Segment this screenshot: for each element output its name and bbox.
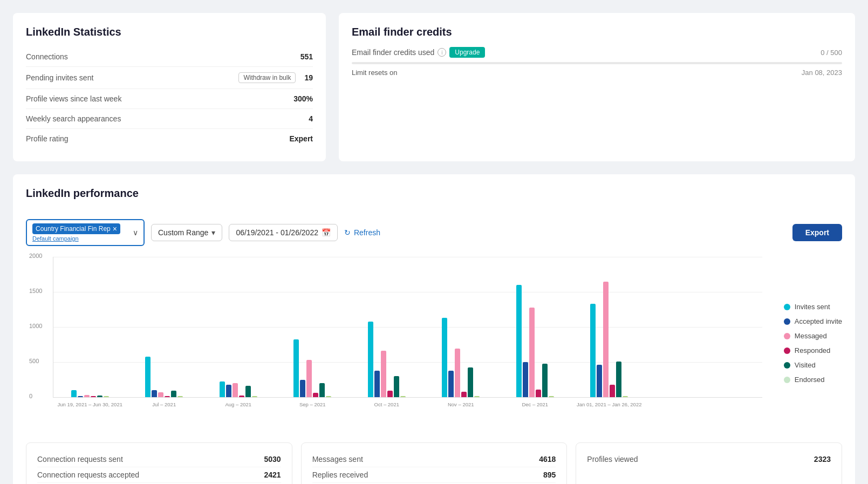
chart-bar xyxy=(387,391,393,397)
chart-bar xyxy=(610,385,615,397)
chart-bar xyxy=(597,365,602,397)
y-axis-label: 1500 xyxy=(29,288,42,294)
bottom-stat-label: Profiles viewed xyxy=(587,455,638,463)
chart-bar xyxy=(252,396,257,397)
legend-label: Accepted invite xyxy=(795,317,842,325)
export-button[interactable]: Export xyxy=(792,224,842,241)
legend-label: Endorsed xyxy=(795,376,825,384)
range-label: Custom Range xyxy=(158,228,208,237)
bottom-stat-label: Connection requests sent xyxy=(37,455,123,463)
x-axis-label: Dec – 2021 xyxy=(498,401,572,407)
chart-legend: Invites sentAccepted inviteMessagedRespo… xyxy=(778,257,842,430)
x-axis-label: Sep – 2021 xyxy=(276,401,350,407)
chart-bar xyxy=(158,392,163,397)
date-range-picker[interactable]: 06/19/2021 - 01/26/2022 📅 xyxy=(229,224,338,241)
upgrade-button[interactable]: Upgrade xyxy=(449,47,485,58)
x-axis-label: Nov – 2021 xyxy=(424,401,498,407)
chart-bar xyxy=(536,390,541,397)
stat-label: Pending invites sent xyxy=(26,73,93,82)
chart-bar xyxy=(448,371,454,397)
chart-bar xyxy=(523,362,528,397)
chart-bar xyxy=(326,396,331,397)
y-axis-label: 0 xyxy=(29,393,32,399)
legend-label: Invites sent xyxy=(795,303,830,311)
bottom-stat-value: 2323 xyxy=(814,455,831,463)
stat-value: 300% xyxy=(293,94,313,103)
chart-bar xyxy=(220,381,225,397)
legend-item: Responded xyxy=(784,346,842,355)
refresh-button[interactable]: ↻ Refresh xyxy=(344,228,380,237)
range-selector[interactable]: Custom Range ▾ xyxy=(151,224,222,241)
bottom-stat-label: Replies received xyxy=(312,471,368,479)
campaign-tag: Country Financial Fin Rep × xyxy=(32,223,120,234)
chart-bar xyxy=(313,393,318,397)
legend-label: Visited xyxy=(795,361,816,369)
legend-label: Responded xyxy=(795,346,831,355)
grid-line xyxy=(53,362,762,363)
chart-bar xyxy=(400,396,406,397)
campaign-tag-close-icon[interactable]: × xyxy=(113,224,117,233)
bottom-stat-card: Messages sent4618Replies received895Resp… xyxy=(301,442,568,484)
chart-bar xyxy=(104,396,109,397)
info-icon[interactable]: i xyxy=(438,48,446,57)
bar-chart: 0500100015002000Jun 19, 2021 – Jun 30, 2… xyxy=(26,257,768,430)
stat-value: 19 xyxy=(304,73,313,82)
chart-bar xyxy=(78,396,83,397)
stat-label: Weekly search appearances xyxy=(26,114,121,123)
limit-date: Jan 08, 2023 xyxy=(802,69,842,77)
chart-bar xyxy=(374,371,380,397)
chart-bar xyxy=(542,364,548,397)
chart-bar xyxy=(71,390,77,397)
bottom-stat-row: Profiles viewed2323 xyxy=(587,452,831,467)
performance-section: LinkedIn performance Country Financial F… xyxy=(13,174,855,484)
y-axis-label: 500 xyxy=(29,358,39,364)
stat-label: Profile rating xyxy=(26,134,69,143)
chart-bar xyxy=(516,285,522,397)
grid-line xyxy=(53,327,762,328)
refresh-icon: ↻ xyxy=(344,228,351,237)
credits-label: Email finder credits used xyxy=(352,48,434,57)
campaign-selector[interactable]: Country Financial Fin Rep × Default camp… xyxy=(26,219,145,246)
legend-dot xyxy=(784,318,790,325)
grid-line xyxy=(53,292,762,292)
legend-item: Endorsed xyxy=(784,376,842,384)
limit-label: Limit resets on xyxy=(352,69,398,77)
bottom-stat-card: Connection requests sent5030Connection r… xyxy=(26,442,292,484)
credits-label-group: Email finder credits used i Upgrade xyxy=(352,47,485,58)
legend-dot xyxy=(784,333,790,339)
chart-bar xyxy=(152,390,157,397)
chart-bar xyxy=(623,396,628,397)
refresh-label: Refresh xyxy=(354,228,380,237)
bottom-stat-value: 4618 xyxy=(539,455,556,463)
bottom-stat-label: Connection requests accepted xyxy=(37,471,139,479)
chart-bar xyxy=(245,386,251,397)
stat-row: Weekly search appearances4 xyxy=(26,109,313,129)
sub-campaign-label[interactable]: Default campaign xyxy=(32,235,128,242)
chart-area: 0500100015002000Jun 19, 2021 – Jun 30, 2… xyxy=(26,257,842,430)
bottom-stat-row: Replies received895 xyxy=(312,467,556,483)
bottom-stat-card: Profiles viewed2323 xyxy=(576,442,842,484)
bottom-stats-cards: Connection requests sent5030Connection r… xyxy=(26,442,842,484)
withdraw-button[interactable]: Withdraw in bulk xyxy=(238,72,300,83)
chart-bar xyxy=(145,357,151,397)
stat-value: 551 xyxy=(300,52,313,61)
credits-progress-bar-bg xyxy=(352,62,842,64)
bottom-stat-row: Messages sent4618 xyxy=(312,452,556,467)
y-axis-label: 1000 xyxy=(29,323,42,329)
linkedin-stats-card: LinkedIn Statistics Connections551Pendin… xyxy=(13,13,326,161)
chart-bar xyxy=(233,383,238,397)
x-axis-label: Oct – 2021 xyxy=(350,401,424,407)
chart-bar xyxy=(97,396,102,397)
x-axis-label: Aug – 2021 xyxy=(201,401,276,407)
bottom-stat-label: Messages sent xyxy=(312,455,363,463)
y-axis-label: 2000 xyxy=(29,253,42,259)
bottom-stat-value: 895 xyxy=(543,471,556,479)
bottom-stat-value: 5030 xyxy=(264,455,281,463)
chart-bar xyxy=(590,304,596,397)
calendar-icon: 📅 xyxy=(322,228,331,237)
legend-item: Visited xyxy=(784,361,842,369)
email-finder-card: Email finder credits Email finder credit… xyxy=(339,13,855,161)
chart-bar xyxy=(442,318,447,397)
chart-bar xyxy=(177,396,183,397)
legend-dot xyxy=(784,304,790,310)
